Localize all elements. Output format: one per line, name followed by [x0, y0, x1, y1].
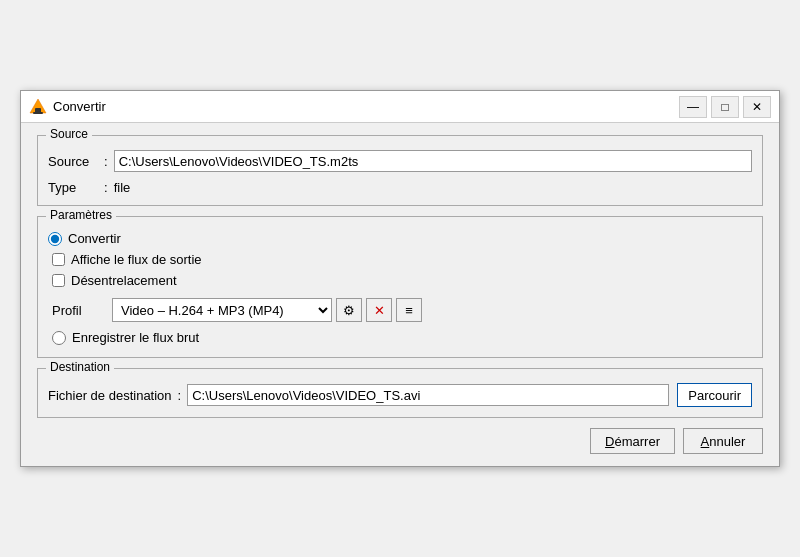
profile-new-button[interactable]: ≡	[396, 298, 422, 322]
cancel-button[interactable]: Annuler	[683, 428, 763, 454]
convert-radio[interactable]	[48, 232, 62, 246]
start-button[interactable]: Démarrer	[590, 428, 675, 454]
params-group: Paramètres Convertir Affiche le flux de …	[37, 216, 763, 358]
show-output-label: Affiche le flux de sortie	[71, 252, 202, 267]
start-label: Démarrer	[605, 434, 660, 449]
raw-radio-row: Enregistrer le flux brut	[52, 330, 752, 345]
main-window: Convertir — □ ✕ Source Source : Type : f…	[20, 90, 780, 467]
source-group: Source Source : Type : file	[37, 135, 763, 206]
source-label: Source	[48, 154, 98, 169]
destination-group: Destination Fichier de destination : Par…	[37, 368, 763, 418]
raw-radio-label: Enregistrer le flux brut	[72, 330, 199, 345]
close-button[interactable]: ✕	[743, 96, 771, 118]
minimize-button[interactable]: —	[679, 96, 707, 118]
new-icon: ≡	[405, 303, 413, 318]
checkbox1-row: Affiche le flux de sortie	[52, 252, 752, 267]
app-icon	[29, 98, 47, 116]
type-field-row: Type : file	[48, 180, 752, 195]
destination-group-title: Destination	[46, 360, 114, 374]
browse-button[interactable]: Parcourir	[677, 383, 752, 407]
delete-icon: ✕	[374, 303, 385, 318]
source-sep: :	[104, 154, 108, 169]
title-bar: Convertir — □ ✕	[21, 91, 779, 123]
convert-radio-row: Convertir	[48, 231, 752, 246]
destination-input[interactable]	[187, 384, 669, 406]
profile-select[interactable]: Video – H.264 + MP3 (MP4) Video – H.265 …	[112, 298, 332, 322]
dest-sep: :	[178, 388, 182, 403]
profile-row: Profil Video – H.264 + MP3 (MP4) Video –…	[52, 298, 752, 322]
bottom-buttons: Démarrer Annuler	[37, 428, 763, 454]
profile-label: Profil	[52, 303, 112, 318]
checkbox2-row: Désentrelacement	[52, 273, 752, 288]
svg-rect-2	[33, 112, 43, 114]
dialog-content: Source Source : Type : file Paramètres C…	[21, 123, 779, 466]
params-group-title: Paramètres	[46, 208, 116, 222]
window-controls: — □ ✕	[679, 96, 771, 118]
deinterlace-checkbox[interactable]	[52, 274, 65, 287]
type-label: Type	[48, 180, 98, 195]
convert-radio-label: Convertir	[68, 231, 121, 246]
window-title: Convertir	[53, 99, 679, 114]
profile-settings-button[interactable]: ⚙	[336, 298, 362, 322]
maximize-button[interactable]: □	[711, 96, 739, 118]
show-output-checkbox[interactable]	[52, 253, 65, 266]
destination-field-row: Fichier de destination : Parcourir	[48, 383, 752, 407]
gear-icon: ⚙	[343, 303, 355, 318]
type-sep: :	[104, 180, 108, 195]
deinterlace-label: Désentrelacement	[71, 273, 177, 288]
dest-file-label: Fichier de destination	[48, 388, 172, 403]
profile-delete-button[interactable]: ✕	[366, 298, 392, 322]
source-field-row: Source :	[48, 150, 752, 172]
source-group-title: Source	[46, 127, 92, 141]
source-input[interactable]	[114, 150, 752, 172]
type-value: file	[114, 180, 131, 195]
raw-radio[interactable]	[52, 331, 66, 345]
